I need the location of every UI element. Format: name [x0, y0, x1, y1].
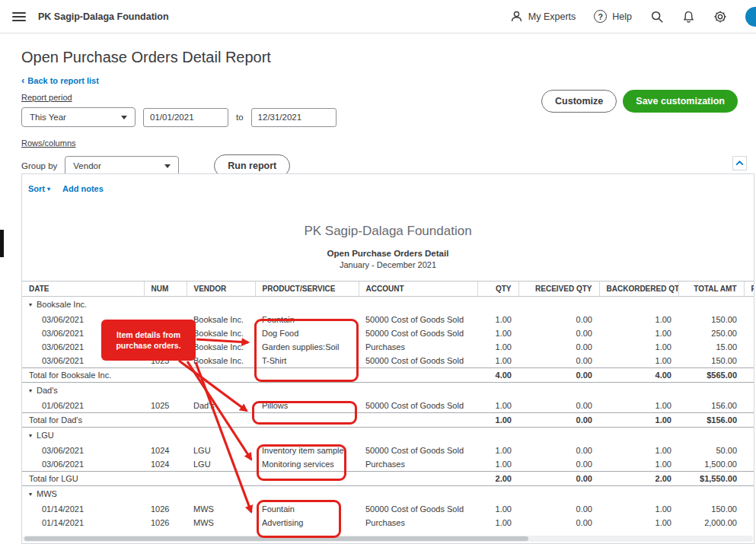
cell-account: 50000 Cost of Goods Sold — [359, 502, 477, 516]
total-backordered_qty: 4.00 — [599, 368, 678, 383]
column-header: PRODUCT/SERVICE — [255, 282, 359, 297]
cell-vendor: LGU — [187, 457, 255, 472]
group-header-row[interactable]: ▾MWS — [22, 486, 754, 503]
cell-total_amt: 15.00 — [678, 340, 744, 354]
cell-vendor: MWS — [187, 502, 255, 516]
total-received_qty: 0.00 — [518, 368, 599, 383]
column-header: BACKORDERED QTY — [599, 282, 678, 297]
report-period-select[interactable]: This Year — [21, 107, 136, 127]
report-row[interactable]: 01/06/20211025Dad'sPillows50000 Cost of … — [22, 399, 754, 413]
cell-account: 50000 Cost of Goods Sold — [359, 399, 477, 413]
cell-received_qty: 0.00 — [518, 340, 599, 354]
cell-vendor: Booksale Inc. — [187, 313, 255, 326]
cell-backordered_qty: 1.00 — [599, 354, 678, 368]
cell-vendor: Booksale Inc. — [187, 354, 255, 368]
group-header-row[interactable]: ▾LGU — [22, 428, 754, 444]
cell-vendor: Booksale Inc. — [187, 326, 255, 340]
cell-account: Purchases — [359, 340, 477, 354]
date-to-input[interactable] — [251, 108, 337, 127]
help-label: Help — [612, 11, 632, 22]
cell-extra — [744, 472, 754, 486]
collapse-panel-button[interactable] — [732, 156, 747, 170]
cell-backordered_qty: 1.00 — [599, 340, 678, 354]
cell-num: 1024 — [144, 444, 187, 457]
hamburger-menu-icon[interactable] — [12, 12, 26, 21]
column-header: NUM — [144, 282, 187, 297]
my-experts-button[interactable]: My Experts — [510, 10, 576, 23]
group-name: LGU — [37, 431, 54, 440]
save-customization-button[interactable]: Save customization — [623, 90, 738, 113]
cell-extra — [744, 354, 754, 368]
cell-received_qty: 0.00 — [518, 516, 599, 530]
rows-columns-label: Rows/columns — [21, 138, 76, 148]
cell-account: 50000 Cost of Goods Sold — [359, 313, 477, 326]
scrollbar-thumb[interactable] — [24, 536, 528, 541]
screen-edge-artifact — [0, 230, 4, 257]
horizontal-scrollbar[interactable] — [23, 536, 753, 542]
cell-qty: 1.00 — [477, 399, 518, 413]
notifications-bell-icon[interactable] — [682, 10, 695, 24]
group-header-row[interactable]: ▾Booksale Inc. — [22, 297, 754, 313]
report-controls: Open Purchase Orders Detail Report ‹ Bac… — [0, 33, 756, 177]
cell-product: Dog Food — [255, 326, 359, 340]
column-header: QTY — [477, 282, 518, 297]
report-period-value: This Year — [30, 113, 66, 122]
cell-backordered_qty: 1.00 — [599, 399, 678, 413]
cell-date: 03/06/2021 — [22, 444, 144, 457]
cell-total_amt: 156.00 — [678, 399, 744, 413]
cell-vendor: LGU — [187, 444, 255, 457]
back-to-report-list-link[interactable]: ‹ Back to report list — [21, 76, 99, 85]
cell-qty: 1.00 — [477, 516, 518, 530]
back-chevron-icon: ‹ — [21, 77, 24, 84]
customize-button[interactable]: Customize — [541, 90, 617, 113]
cell-extra — [744, 326, 754, 340]
group-total-row: Total for Booksale Inc.4.000.004.00$565.… — [22, 368, 754, 383]
total-qty: 1.00 — [477, 413, 518, 428]
date-from-input[interactable] — [143, 108, 228, 127]
report-period-subtitle: January - December 2021 — [22, 260, 754, 269]
report-row[interactable]: 03/06/20211024LGUMonitoring servicesPurc… — [22, 457, 754, 472]
page-title: Open Purchase Orders Detail Report — [21, 49, 756, 66]
cell-product: Fountain — [255, 502, 359, 516]
cell-extra — [744, 444, 754, 457]
cell-account: Purchases — [359, 457, 477, 472]
cell-product: T-Shirt — [255, 354, 359, 368]
cell-qty: 1.00 — [477, 444, 518, 457]
cell-total_amt: 50.00 — [678, 444, 744, 457]
settings-gear-icon[interactable] — [713, 10, 727, 24]
column-header: ACCOUNT — [359, 282, 477, 297]
help-button[interactable]: ? Help — [594, 10, 632, 23]
cell-qty: 1.00 — [477, 502, 518, 516]
cell-total_amt: 150.00 — [678, 502, 744, 516]
cell-total_amt: 1,500.00 — [678, 457, 744, 472]
cell-account: 50000 Cost of Goods Sold — [359, 326, 477, 340]
cell-num: 1024 — [144, 457, 187, 472]
group-header-row[interactable]: ▾Dad's — [22, 383, 754, 399]
group-name: Dad's — [37, 386, 58, 395]
sort-label: Sort — [28, 184, 45, 193]
collapse-triangle-icon[interactable]: ▾ — [29, 386, 32, 396]
add-notes-button[interactable]: Add notes — [62, 184, 104, 193]
cell-vendor: Booksale Inc. — [187, 340, 255, 354]
report-row[interactable]: 01/14/20211026MWSFountain50000 Cost of G… — [22, 502, 754, 516]
collapse-triangle-icon[interactable]: ▾ — [29, 300, 32, 310]
cell-product: Inventory item sample — [255, 444, 359, 457]
cell-qty: 1.00 — [477, 313, 518, 326]
sort-button[interactable]: Sort ▾ — [28, 184, 50, 193]
user-avatar[interactable] — [745, 7, 756, 27]
cell-extra — [744, 457, 754, 472]
report-period-label: Report period — [21, 93, 72, 102]
report-row[interactable]: 03/06/20211024LGUInventory item sample50… — [22, 444, 754, 457]
group-by-value: Vendor — [73, 161, 100, 170]
search-icon[interactable] — [650, 10, 664, 24]
cell-vendor: MWS — [187, 516, 255, 530]
cell-total_amt: 150.00 — [678, 354, 744, 368]
total-received_qty: 0.00 — [518, 413, 599, 428]
collapse-triangle-icon[interactable]: ▾ — [29, 431, 32, 441]
report-company-name: PK Sagip-Dalaga Foundation — [22, 224, 754, 239]
cell-vendor: Dad's — [187, 399, 255, 413]
cell-product: Monitoring services — [255, 457, 359, 472]
report-row[interactable]: 01/14/20211026MWSAdvertisingPurchases1.0… — [22, 516, 754, 530]
collapse-triangle-icon[interactable]: ▾ — [29, 489, 32, 500]
sort-caret-icon: ▾ — [47, 186, 50, 192]
